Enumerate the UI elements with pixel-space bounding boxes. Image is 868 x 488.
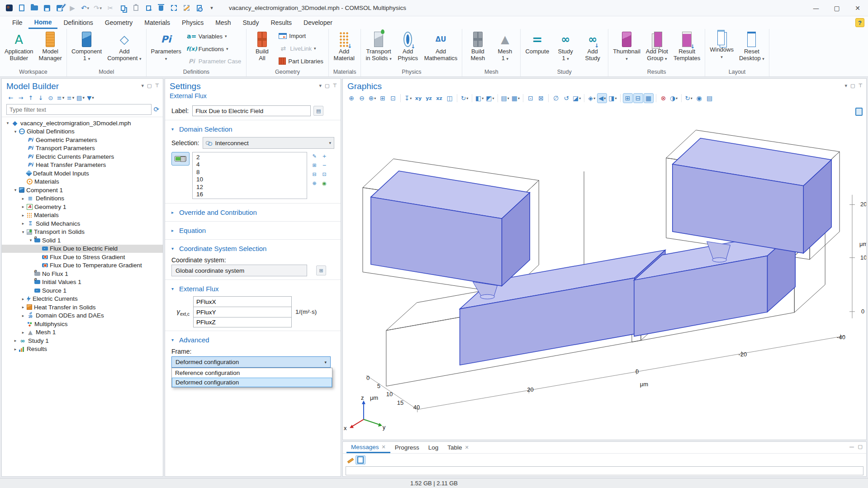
show-hide-icon[interactable]: ⊙ — [46, 93, 55, 102]
back-icon[interactable]: ← — [6, 93, 15, 102]
ribbon-add-study[interactable]: ∞AddStudy — [579, 30, 606, 67]
float-panel-icon[interactable]: ▢ — [325, 83, 329, 89]
ribbon-result-templates[interactable]: ResultTemplates — [671, 30, 703, 67]
view-selection-icon[interactable]: ◉ — [320, 179, 329, 187]
graphics-viewport[interactable]: 20μm100-40-200μm2040051015μmzxy — [343, 105, 866, 440]
zoom-to-selection-icon[interactable]: ⊡ — [320, 170, 329, 178]
tree-item-heat-transfer-in-solids[interactable]: ▸Heat Transfer in Solids — [2, 303, 163, 312]
menu-study[interactable]: Study — [237, 16, 265, 29]
plot-info-icon[interactable] — [855, 108, 863, 116]
frame-option-reference[interactable]: Reference configuration — [172, 368, 332, 378]
tree-item-default-model-inputs[interactable]: Default Model Inputs — [2, 169, 163, 178]
plot-settings-icon[interactable]: ▦▾ — [511, 93, 521, 103]
section-override[interactable]: ▸ Override and Contribution — [165, 206, 341, 219]
customize-toolbar-icon[interactable]: ▾ — [206, 2, 217, 14]
section-equation[interactable]: ▸ Equation — [165, 224, 341, 237]
ribbon-add-physics[interactable]: AddPhysics — [394, 30, 422, 67]
expand-arrow-icon[interactable]: ▸ — [20, 204, 26, 209]
ribbon-reset-desktop[interactable]: ResetDesktop ▾ — [736, 30, 767, 67]
coordinate-system-dropdown[interactable]: Global coordinate system — [171, 265, 307, 276]
clear-selection-icon[interactable] — [181, 2, 192, 14]
tree-item-solid-1[interactable]: ▾Solid 1 — [2, 236, 163, 245]
tree-item-mesh-1[interactable]: ▸▲Mesh 1 — [2, 328, 163, 337]
tree-item-definitions[interactable]: ▸≡Definitions — [2, 194, 163, 203]
tree-item-flux-due-to-temperature-gradient[interactable]: Flux Due to Temperature Gradient — [2, 261, 163, 270]
tree-item-no-flux-1[interactable]: No Flux 1 — [2, 270, 163, 278]
clear-messages-icon[interactable] — [346, 456, 354, 464]
open-file-icon[interactable] — [29, 2, 40, 14]
tree-item-vacancy-electromigration-3dmodel-mph[interactable]: ▾◆vacancy_electromigration_3Dmodel.mph — [2, 119, 163, 128]
flux-y-input[interactable] — [193, 307, 292, 317]
zoom-out-icon[interactable]: ⊖ — [357, 93, 367, 103]
tree-item-solid-mechanics[interactable]: ▸ΞSolid Mechanics — [2, 219, 163, 228]
panel-menu-icon[interactable]: ▾ — [319, 83, 322, 89]
section-domain-selection[interactable]: ▾ Domain Selection — [165, 123, 341, 136]
menu-mesh[interactable]: Mesh — [209, 16, 237, 29]
tree-item-geometric-parameters[interactable]: PiGeometric Parameters — [2, 136, 163, 144]
mirror-view-icon[interactable]: ◫ — [445, 93, 455, 103]
update-plot-icon[interactable]: ↻▾ — [684, 93, 694, 103]
go-to-default-view-icon[interactable]: ↧▾ — [403, 93, 413, 103]
domain-item-4[interactable]: 4 — [193, 161, 307, 169]
collapse-arrow-icon[interactable]: ▾ — [12, 129, 19, 134]
collapse-all-icon[interactable]: ≡▾ — [56, 93, 65, 102]
go-to-source-icon[interactable]: ⊞ — [316, 265, 326, 275]
zoom-box-icon[interactable]: ⊕▾ — [367, 93, 377, 103]
copy-icon[interactable] — [118, 2, 128, 14]
close-button[interactable]: ✕ — [847, 0, 868, 16]
float-panel-icon[interactable]: ▢ — [850, 83, 855, 89]
deselect-entities-icon[interactable]: ⊠ — [536, 93, 546, 103]
image-options-icon[interactable]: ▤▾ — [500, 93, 510, 103]
ribbon-study-1[interactable]: ∞Study1 ▾ — [552, 30, 579, 67]
selection-dropdown[interactable]: Interconnect ▾ — [203, 137, 334, 149]
label-input[interactable] — [192, 105, 311, 116]
refresh-icon[interactable]: ⟳ — [153, 105, 159, 114]
ribbon-parameters[interactable]: PiParameters ▾ — [148, 30, 184, 67]
messages-output-field[interactable] — [346, 466, 863, 475]
select-box-icon[interactable] — [168, 2, 179, 14]
tree-item-initial-values-1[interactable]: Initial Values 1 — [2, 278, 163, 287]
ribbon-add-component[interactable]: ◇AddComponent ▾ — [104, 30, 144, 67]
tree-filter-input[interactable] — [6, 104, 152, 115]
expand-arrow-icon[interactable]: ▸ — [12, 338, 19, 343]
menu-definitions[interactable]: Definitions — [57, 16, 99, 29]
view-orientation-icon[interactable]: ◈▾ — [587, 93, 597, 103]
panel-menu-icon[interactable]: ▾ — [141, 83, 144, 89]
expand-arrow-icon[interactable]: ▸ — [20, 330, 26, 335]
ribbon-add-plot-group[interactable]: Add PlotGroup ▾ — [643, 30, 671, 67]
tree-item-component-1[interactable]: ▾Component 1 — [2, 186, 163, 194]
menu-home[interactable]: Home — [28, 16, 58, 29]
move-up-icon[interactable]: ↑ — [26, 93, 35, 102]
remove-from-selection-icon[interactable]: − — [320, 161, 329, 169]
snapshot-icon[interactable]: ◉ — [694, 93, 704, 103]
split-view-2-icon[interactable]: ⊟ — [633, 93, 643, 103]
ribbon-build-mesh[interactable]: BuildMesh — [464, 30, 491, 67]
flux-z-input[interactable] — [193, 317, 292, 327]
ribbon-add-mathematics[interactable]: ΔUAddMathematics — [422, 30, 460, 67]
tree-item-domain-odes-and-daes[interactable]: ▸ddtDomain ODEs and DAEs — [2, 312, 163, 320]
collapse-arrow-icon[interactable]: ▾ — [12, 188, 19, 192]
float-panel-icon[interactable]: ▢ — [147, 83, 152, 89]
tree-item-study-1[interactable]: ▸∞Study 1 — [2, 336, 163, 345]
tree-item-global-definitions[interactable]: ▾Global Definitions — [2, 128, 163, 136]
upper-left-block[interactable] — [371, 171, 530, 286]
create-selection-icon[interactable]: ✎ — [310, 152, 319, 160]
rename-node-icon[interactable]: ▤ — [313, 106, 323, 116]
ribbon-compute[interactable]: =Compute — [522, 30, 552, 67]
hide-objects-icon[interactable]: ∅ — [551, 93, 561, 103]
duplicate-icon[interactable] — [143, 2, 154, 14]
expand-arrow-icon[interactable]: ▸ — [20, 305, 26, 309]
environment-reflections-icon[interactable]: ◩▾ — [485, 93, 495, 103]
expand-arrow-icon[interactable]: ▸ — [12, 347, 19, 351]
flux-x-input[interactable] — [193, 296, 292, 307]
ribbon-part-libraries[interactable]: Part Libraries — [277, 57, 324, 65]
maximize-button[interactable]: ▢ — [826, 0, 847, 16]
tree-item-electric-currents-parameters[interactable]: PiElectric Currents Parameters — [2, 152, 163, 161]
menu-physics[interactable]: Physics — [176, 16, 209, 29]
ribbon-transport-in-solids[interactable]: Transportin Solids ▾ — [363, 30, 394, 67]
ribbon-build-all[interactable]: BuildAll — [248, 30, 275, 67]
frame-dropdown[interactable]: Deformed configuration ▾ — [171, 356, 331, 368]
tree-item-transport-in-solids[interactable]: ▾Transport in Solids — [2, 228, 163, 237]
undo-icon[interactable]: ↶▾ — [80, 2, 90, 14]
active-toggle-button[interactable] — [171, 152, 190, 166]
